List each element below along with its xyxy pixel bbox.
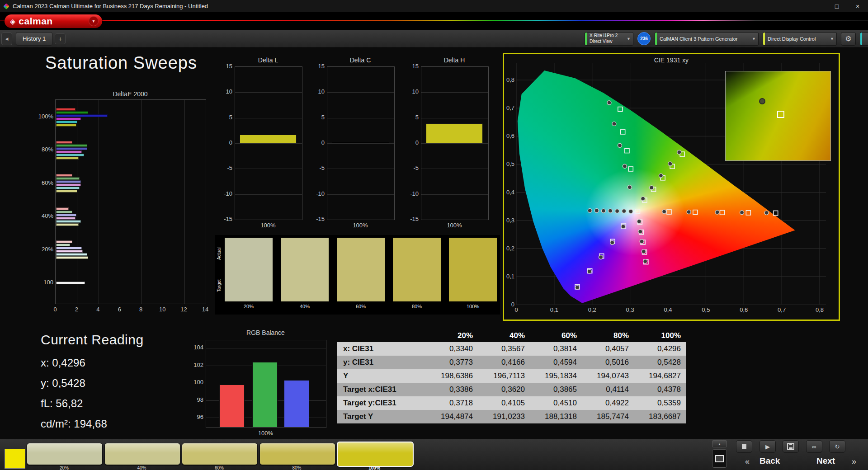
target-row-label: Target bbox=[217, 270, 223, 301]
table-cell: 0,4296 bbox=[634, 342, 686, 356]
partial-dropdown[interactable] bbox=[860, 32, 868, 46]
gridline bbox=[235, 143, 302, 144]
target-point bbox=[774, 211, 778, 215]
x-tick-label: 0,2 bbox=[586, 306, 599, 313]
delta-h-chart: Delta H 100% 151050-5-10-15 bbox=[399, 56, 489, 235]
close-button[interactable]: × bbox=[847, 0, 868, 12]
meter-count-badge[interactable]: 236 bbox=[637, 32, 651, 45]
pattern-button-label: 100% bbox=[337, 465, 412, 470]
gridline bbox=[163, 100, 163, 304]
meter-status-accent bbox=[585, 33, 587, 45]
target-point bbox=[628, 167, 633, 171]
table-cell: 0,3814 bbox=[530, 342, 582, 356]
delta-e-bar bbox=[56, 240, 72, 243]
pattern-button-100%[interactable] bbox=[337, 442, 414, 467]
table-cell: 185,7474 bbox=[582, 410, 634, 423]
collapse-panel-button[interactable]: ▲ bbox=[712, 440, 727, 447]
y-tick-label: 100 bbox=[27, 279, 53, 286]
chart-title: Delta L bbox=[235, 56, 302, 64]
table-cell: 196,7113 bbox=[478, 369, 530, 383]
measured-point bbox=[643, 259, 647, 263]
rgb-balance-chart: RGB Balance 100% 1041021009896 bbox=[190, 329, 330, 442]
add-tab-button[interactable]: + bbox=[55, 33, 66, 44]
pattern-generator-dropdown[interactable]: CalMAN Client 3 Pattern Generator ▼ bbox=[655, 32, 759, 46]
x-tick-label: 0 bbox=[50, 306, 61, 313]
measured-point bbox=[642, 249, 646, 254]
table-column-header: 60% bbox=[530, 329, 582, 342]
y-tick-label: -10 bbox=[212, 190, 232, 197]
x-tick-label: 0,5 bbox=[699, 306, 712, 313]
patch-label: 80% bbox=[393, 304, 441, 309]
tab-history-1[interactable]: History 1 bbox=[16, 32, 52, 46]
y-tick-label: 0 bbox=[399, 139, 419, 146]
y-tick-label: -5 bbox=[212, 164, 232, 171]
y-tick-label: 5 bbox=[212, 114, 232, 121]
table-cell: 0,3386 bbox=[426, 383, 478, 396]
display-control-dropdown[interactable]: Direct Display Control ▼ bbox=[763, 32, 837, 46]
table-cell: 194,6827 bbox=[634, 369, 686, 383]
current-color-swatch bbox=[5, 449, 25, 469]
delta-e-bar bbox=[56, 157, 79, 160]
settings-gear-button[interactable]: ⚙ bbox=[841, 32, 856, 46]
table-column-header: 40% bbox=[478, 329, 530, 342]
table-row: Target Y194,4874191,0233188,1318185,7474… bbox=[337, 410, 686, 423]
next-button[interactable]: Next bbox=[816, 456, 835, 466]
panel-toggle-button[interactable]: ◀ bbox=[1, 33, 12, 45]
table-cell: 0,4594 bbox=[530, 356, 582, 369]
pattern-button-80%[interactable] bbox=[259, 443, 335, 465]
table-corner-cell bbox=[337, 329, 426, 342]
y-tick-label: -10 bbox=[399, 190, 419, 197]
pattern-button-40%[interactable] bbox=[104, 443, 180, 465]
stop-button[interactable] bbox=[736, 440, 752, 453]
save-button[interactable] bbox=[783, 440, 799, 453]
table-cell: 0,5428 bbox=[634, 356, 686, 369]
back-button[interactable]: Back bbox=[760, 456, 780, 466]
x-tick-label: 0,7 bbox=[775, 306, 788, 313]
table-cell: 191,0233 bbox=[478, 410, 530, 423]
table-row: x: CIE310,33400,35670,38140,40570,4296 bbox=[337, 342, 686, 356]
pattern-generator-label: CalMAN Client 3 Pattern Generator bbox=[660, 36, 737, 42]
measured-point bbox=[615, 209, 619, 213]
play-button[interactable]: ▶ bbox=[760, 440, 776, 453]
y-tick-label: 0 bbox=[504, 301, 514, 308]
table-cell: 0,4922 bbox=[582, 396, 634, 410]
y-tick-label: -15 bbox=[399, 216, 419, 222]
pattern-button-60%[interactable] bbox=[182, 443, 258, 465]
gridline bbox=[235, 118, 302, 118]
y-tick-label: 0,1 bbox=[504, 273, 514, 280]
target-patch bbox=[337, 270, 385, 301]
next-chevrons-icon[interactable]: » bbox=[852, 457, 856, 466]
display-window-button[interactable] bbox=[712, 449, 727, 468]
refresh-button[interactable]: ↻ bbox=[829, 440, 845, 453]
bottom-bar: 20%40%60%80%100% ▲ ▶ ∞ ↻ « Back Next » bbox=[0, 439, 868, 470]
gridline bbox=[421, 143, 488, 144]
table-cell: 0,4114 bbox=[582, 383, 634, 396]
target-patch bbox=[393, 270, 441, 301]
calman-logo-menu[interactable]: ◈ calman ▼ bbox=[5, 14, 102, 28]
measured-point bbox=[640, 240, 644, 244]
stop-icon bbox=[742, 444, 746, 449]
window-title: Calman 2023 Calman Ultimate for Business… bbox=[13, 3, 208, 9]
measured-point bbox=[659, 174, 663, 178]
back-chevrons-icon[interactable]: « bbox=[745, 457, 750, 466]
delta-e-bar bbox=[56, 256, 88, 259]
continuous-measure-button[interactable]: ∞ bbox=[806, 440, 822, 453]
y-tick-label: 100% bbox=[27, 113, 53, 120]
table-cell: 198,6386 bbox=[426, 369, 478, 383]
pattern-button-20%[interactable] bbox=[27, 443, 103, 465]
maximize-button[interactable]: □ bbox=[826, 0, 847, 12]
table-cell: 0,4166 bbox=[478, 356, 530, 369]
delta-e-bar bbox=[56, 247, 82, 249]
delta-e-bar bbox=[56, 174, 72, 177]
tab-label: History 1 bbox=[23, 35, 46, 42]
current-reading-title: Current Reading bbox=[41, 332, 144, 348]
chevron-down-icon[interactable]: ▼ bbox=[89, 16, 99, 26]
table-column-header: 20% bbox=[426, 329, 478, 342]
measured-point bbox=[601, 209, 605, 213]
minimize-button[interactable]: – bbox=[806, 0, 826, 12]
gridline bbox=[235, 169, 302, 169]
delta-l-plot bbox=[235, 66, 302, 220]
target-point-icon bbox=[777, 111, 784, 118]
x-tick-label: 14 bbox=[200, 306, 211, 313]
meter-dropdown[interactable]: X-Rite i1Pro 2 Direct View ▼ bbox=[585, 32, 633, 46]
